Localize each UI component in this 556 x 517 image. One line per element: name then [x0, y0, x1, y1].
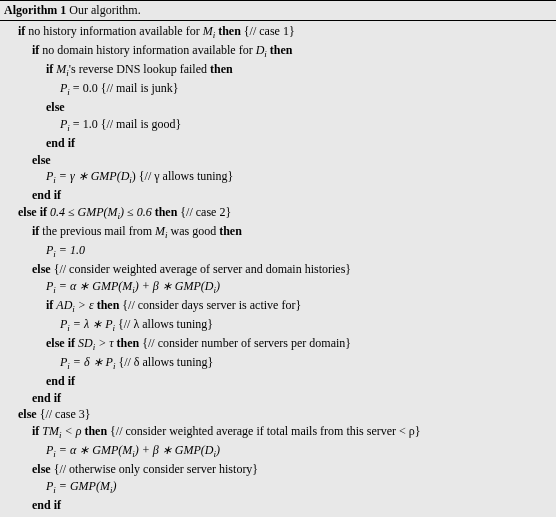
algo-line: end if [4, 497, 552, 514]
algo-line: else [4, 99, 552, 116]
algorithm-block: Algorithm 1 Our algorithm. if no history… [0, 0, 556, 517]
algo-line: Pi = γ ∗ GMP(Di) {// γ allows tuning} [4, 168, 552, 187]
algo-line: if TMi < ρ then {// consider weighted av… [4, 423, 552, 442]
algorithm-header: Algorithm 1 Our algorithm. [0, 1, 556, 21]
algo-line: Pi = 1.0 {// mail is good} [4, 116, 552, 135]
algo-line: if Mi's reverse DNS lookup failed then [4, 61, 552, 80]
algorithm-body: if no history information available for … [0, 21, 556, 517]
algo-line: if the previous mail from Mi was good th… [4, 223, 552, 242]
algo-line: Pi = α ∗ GMP(Mi) + β ∗ GMP(Di) [4, 278, 552, 297]
algo-line: else if SDi > τ then {// consider number… [4, 335, 552, 354]
algo-line: else {// consider weighted average of se… [4, 261, 552, 278]
algo-line: Pi = 0.0 {// mail is junk} [4, 80, 552, 99]
algo-line: if no domain history information availab… [4, 42, 552, 61]
algo-line: end if [4, 373, 552, 390]
algorithm-number: Algorithm 1 [4, 3, 66, 17]
algo-line: else if 0.4 ≤ GMP(Mi) ≤ 0.6 then {// cas… [4, 204, 552, 223]
algo-line: Pi = GMP(Mi) [4, 478, 552, 497]
algo-line: end if [4, 187, 552, 204]
algorithm-title: Our algorithm. [66, 3, 140, 17]
algo-line: else [4, 152, 552, 169]
algo-line: else {// otherwise only consider server … [4, 461, 552, 478]
algo-line: end if [4, 135, 552, 152]
algo-line: if no history information available for … [4, 23, 552, 42]
algo-line: if ADi > ε then {// consider days server… [4, 297, 552, 316]
algo-line: else {// case 3} [4, 406, 552, 423]
algo-line: Pi = λ ∗ Pi {// λ allows tuning} [4, 316, 552, 335]
algo-line: Pi = α ∗ GMP(Mi) + β ∗ GMP(Di) [4, 442, 552, 461]
algo-line: end if [4, 390, 552, 407]
algo-line: Pi = 1.0 [4, 242, 552, 261]
algo-line: Pi = δ ∗ Pi {// δ allows tuning} [4, 354, 552, 373]
